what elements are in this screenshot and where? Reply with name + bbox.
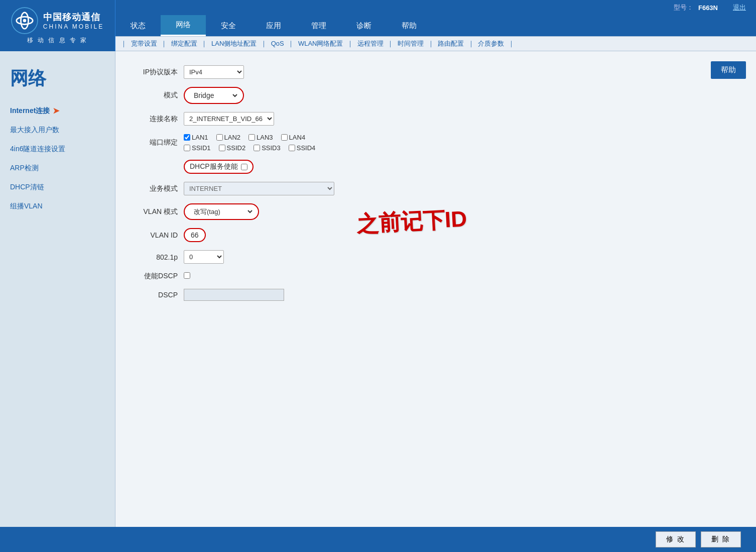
arrow-right-icon: ➤: [53, 106, 59, 116]
dhcp-enable-checkbox[interactable]: [241, 164, 247, 170]
page-title: 网络: [0, 61, 115, 101]
service-mode-select[interactable]: INTERNET VOIP OTHER: [184, 182, 334, 195]
ssid3-checkbox-label[interactable]: SSID3: [254, 144, 281, 152]
exit-link[interactable]: 退出: [733, 3, 746, 12]
modify-button[interactable]: 修 改: [656, 531, 696, 547]
ssid2-checkbox[interactable]: [219, 145, 225, 151]
sidebar-maxusers-label: 最大接入用户数: [10, 126, 59, 135]
vlan-id-label: VLAN ID: [131, 224, 181, 246]
dot1p-label: 802.1p: [131, 246, 181, 268]
breadcrumb-time[interactable]: 时间管理: [398, 40, 424, 47]
breadcrumb-route[interactable]: 路由配置: [438, 40, 464, 47]
logo-en-text: CHINA MOBILE: [43, 23, 104, 30]
sidebar-item-arp[interactable]: ARP检测: [0, 159, 115, 178]
vlan-mode-select[interactable]: 改写(tag) 透传 不处理: [189, 205, 254, 218]
ssid2-checkbox-label[interactable]: SSID2: [219, 144, 246, 152]
china-mobile-logo: [11, 7, 38, 34]
lan3-checkbox-label[interactable]: LAN3: [248, 134, 273, 141]
nav-item-help[interactable]: 帮助: [387, 15, 432, 36]
dscp-label: DSCP: [131, 285, 181, 305]
dot1p-select[interactable]: 0 1 2 3 4 5 6 7: [184, 250, 224, 264]
connection-name-label: 连接名称: [131, 108, 181, 130]
lan1-checkbox[interactable]: [184, 134, 190, 141]
sidebar-dhcp-label: DHCP清链: [10, 183, 44, 192]
ip-version-select[interactable]: IPv4 IPv6: [184, 65, 244, 79]
breadcrumb-lan[interactable]: LAN侧地址配置: [211, 40, 257, 47]
breadcrumb: ｜ 宽带设置 ｜ 绑定配置 ｜ LAN侧地址配置 ｜ QoS ｜ WLAN网络配…: [115, 36, 756, 51]
ssid4-checkbox[interactable]: [289, 145, 295, 151]
nav-item-diag[interactable]: 诊断: [341, 15, 387, 36]
nav-item-network[interactable]: 网络: [161, 15, 206, 36]
lan2-checkbox-label[interactable]: LAN2: [216, 134, 241, 141]
dhcp-enable-label: DHCP服务使能: [190, 162, 238, 171]
nav-item-security[interactable]: 安全: [206, 15, 251, 36]
svg-point-3: [23, 19, 26, 22]
breadcrumb-qos[interactable]: QoS: [271, 40, 284, 47]
breadcrumb-wlan[interactable]: WLAN网络配置: [298, 40, 343, 47]
model-label: 型号：: [674, 3, 693, 12]
mode-label: 模式: [131, 83, 181, 108]
sidebar-item-multicast[interactable]: 组播VLAN: [0, 197, 115, 216]
ssid3-checkbox[interactable]: [254, 145, 260, 151]
ip-version-label: IP协议版本: [131, 61, 181, 83]
breadcrumb-remote[interactable]: 远程管理: [357, 40, 384, 47]
service-mode-label: 业务模式: [131, 178, 181, 199]
connection-name-select[interactable]: 2_INTERNET_B_VID_66: [184, 112, 274, 126]
nav-item-admin[interactable]: 管理: [296, 15, 341, 36]
ssid1-checkbox-label[interactable]: SSID1: [184, 144, 211, 152]
delete-button[interactable]: 删 除: [701, 531, 741, 547]
sidebar-multicast-label: 组播VLAN: [10, 202, 43, 211]
lan4-checkbox-label[interactable]: LAN4: [281, 134, 306, 141]
ssid4-checkbox-label[interactable]: SSID4: [289, 144, 316, 152]
port-bind-label: 端口绑定: [131, 130, 181, 156]
ssid1-checkbox[interactable]: [184, 145, 190, 151]
vlan-id-value: 66: [189, 230, 201, 240]
sidebar-4in6-label: 4in6隧道连接设置: [10, 145, 65, 154]
sidebar-item-internet[interactable]: Internet连接 ➤: [0, 101, 115, 121]
sidebar-item-maxusers[interactable]: 最大接入用户数: [0, 121, 115, 140]
nav-item-app[interactable]: 应用: [251, 15, 296, 36]
sidebar-internet-label: Internet连接: [10, 106, 50, 116]
help-button[interactable]: 帮助: [711, 61, 746, 79]
sidebar-item-dhcp[interactable]: DHCP清链: [0, 178, 115, 197]
lan3-checkbox[interactable]: [248, 134, 255, 141]
lan1-checkbox-label[interactable]: LAN1: [184, 134, 208, 141]
logo-cn-text: 中国移动通信: [43, 11, 104, 23]
breadcrumb-media[interactable]: 介质参数: [478, 40, 504, 47]
lan4-checkbox[interactable]: [281, 134, 288, 141]
sidebar-item-4in6[interactable]: 4in6隧道连接设置: [0, 140, 115, 159]
vlan-mode-label: VLAN 模式: [131, 199, 181, 224]
dscp-enable-label: 使能DSCP: [131, 268, 181, 285]
model-value: F663N: [698, 4, 718, 12]
dscp-input[interactable]: [184, 289, 284, 301]
nav-item-status[interactable]: 状态: [115, 15, 161, 36]
mode-select[interactable]: Bridge Route PPPoE: [189, 89, 239, 102]
dscp-enable-checkbox[interactable]: [184, 272, 190, 279]
sidebar-arp-label: ARP检测: [10, 164, 39, 173]
lan2-checkbox[interactable]: [216, 134, 223, 141]
breadcrumb-broadband[interactable]: 宽带设置: [131, 40, 157, 47]
logo-sub-text: 移 动 信 息 专 家: [27, 36, 88, 45]
breadcrumb-bind[interactable]: 绑定配置: [171, 40, 197, 47]
